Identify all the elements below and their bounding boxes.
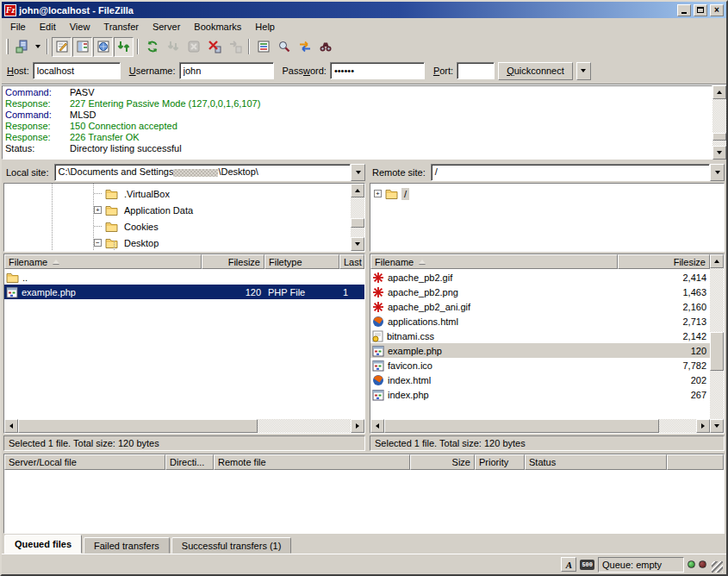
file-row-index-html[interactable]: index.html202	[370, 373, 710, 387]
file-row-apache-pb2-gif[interactable]: apache_pb2.gif2,414	[370, 270, 710, 285]
local-tree-vertical-scrollbar[interactable]	[351, 184, 364, 251]
remote-path-combobox[interactable]: /	[431, 164, 725, 181]
menu-item-bookmarks[interactable]: Bookmarks	[187, 20, 248, 34]
remote-vertical-scrollbar[interactable]	[710, 254, 724, 433]
toggle-queue-icon	[117, 40, 131, 53]
scroll-thumb[interactable]	[712, 133, 726, 141]
username-input[interactable]	[179, 62, 274, 79]
host-input[interactable]	[33, 62, 121, 79]
toolbar-button-cancel[interactable]	[184, 37, 203, 57]
file-row-favicon-ico[interactable]: favicon.ico7,782	[370, 358, 710, 373]
toolbar-button-compare[interactable]	[274, 37, 294, 57]
toolbar-button-filter[interactable]	[253, 37, 273, 57]
menu-item-help[interactable]: Help	[248, 20, 282, 34]
queue-column-priority[interactable]: Priority	[475, 454, 525, 470]
expand-icon[interactable]: +	[94, 206, 102, 214]
toolbar-button-sync-browsing[interactable]	[295, 37, 314, 57]
scroll-down-button[interactable]	[710, 419, 724, 433]
queue-column-remote-file[interactable]: Remote file	[214, 454, 410, 470]
scroll-left-button[interactable]	[4, 419, 18, 433]
scroll-right-button[interactable]	[351, 419, 364, 433]
scroll-up-button[interactable]	[712, 85, 726, 99]
tree-item-desktop[interactable]: −Desktop	[4, 235, 351, 251]
toolbar-button-toggle-remote-tree[interactable]	[93, 37, 113, 57]
tree-item-virtualbox[interactable]: .VirtualBox	[4, 185, 351, 202]
html-icon	[372, 374, 384, 386]
column-header-filesize[interactable]: Filesize	[618, 254, 710, 269]
local-path-value[interactable]: C:\Documents and Settings\Desktop\	[54, 164, 351, 181]
menu-item-transfer[interactable]: Transfer	[96, 20, 146, 34]
log-vertical-scrollbar[interactable]	[712, 85, 726, 160]
file-row-bitnami-css[interactable]: bitnami.css2,142	[370, 329, 710, 343]
file-row-item[interactable]: ..	[4, 270, 364, 285]
file-row-apache-pb2-ani-gif[interactable]: apache_pb2_ani.gif2,160	[370, 299, 710, 314]
toolbar-button-toggle-local-tree[interactable]	[72, 37, 92, 57]
column-header-filetype[interactable]: Filetype	[264, 254, 339, 269]
toolbar-button-find[interactable]	[315, 37, 335, 57]
tab-failed-transfers[interactable]: Failed transfers	[84, 537, 170, 554]
file-row-applications-html[interactable]: applications.html2,713	[370, 314, 710, 329]
scroll-thumb[interactable]	[384, 419, 659, 433]
toolbar-button-toggle-queue[interactable]	[114, 37, 134, 57]
scroll-thumb[interactable]	[710, 332, 724, 372]
menu-item-file[interactable]: File	[3, 20, 33, 34]
password-input[interactable]	[330, 62, 425, 79]
log-type-label: Status:	[3, 143, 70, 154]
scroll-up-button[interactable]	[710, 254, 724, 268]
minimize-button[interactable]	[677, 4, 691, 16]
speed-limit-icon[interactable]: 500	[580, 560, 594, 570]
scroll-down-button[interactable]	[712, 146, 726, 160]
queue-column-server-local-file[interactable]: Server/Local file	[4, 454, 165, 470]
toolbar-button-disconnect[interactable]	[204, 37, 224, 57]
collapse-icon[interactable]: −	[94, 239, 102, 247]
resize-grip[interactable]	[712, 561, 723, 573]
scroll-up-button[interactable]	[351, 184, 364, 197]
tree-connector	[114, 241, 115, 251]
quickconnect-button[interactable]: Quickconnect	[498, 62, 573, 80]
tab-queued-files[interactable]: Queued files	[4, 535, 82, 554]
file-size-cell: 120	[618, 346, 710, 356]
tree-item-application-data[interactable]: +Application Data	[4, 202, 351, 218]
menu-item-server[interactable]: Server	[146, 20, 187, 34]
queue-column-status[interactable]: Status	[525, 454, 667, 470]
file-row-example-php[interactable]: example.php120PHP File1	[4, 285, 364, 299]
port-input[interactable]	[457, 62, 495, 79]
toolbar-button-reconnect[interactable]	[225, 37, 245, 57]
scroll-thumb[interactable]	[18, 419, 258, 433]
remote-horizontal-scrollbar[interactable]	[370, 419, 710, 433]
toolbar-button-process-queue[interactable]	[163, 37, 183, 57]
maximize-button[interactable]	[694, 4, 707, 16]
toolbar-button-site-manager[interactable]	[11, 37, 31, 57]
toolbar-button-site-manager-dropdown[interactable]	[32, 37, 43, 57]
file-row-apache-pb2-png[interactable]: apache_pb2.png1,463	[370, 285, 710, 299]
column-header-filename[interactable]: Filename	[4, 254, 202, 269]
tree-item-cookies[interactable]: Cookies	[4, 218, 351, 235]
column-header-last-modified[interactable]: Last modified	[339, 254, 364, 269]
log-line: Status:Directory listing successful	[3, 143, 712, 154]
remote-path-value[interactable]: /	[431, 164, 710, 181]
remote-path-dropdown-button[interactable]	[710, 164, 725, 181]
local-path-combobox[interactable]: C:\Documents and Settings\Desktop\	[54, 164, 365, 181]
tree-item-item[interactable]: +/	[370, 185, 724, 202]
queue-column-size[interactable]: Size	[410, 454, 475, 470]
scroll-down-button[interactable]	[351, 237, 364, 251]
file-row-example-php[interactable]: example.php120	[370, 343, 710, 358]
toolbar-button-refresh[interactable]	[142, 37, 162, 57]
expand-icon[interactable]: +	[374, 190, 382, 197]
scroll-right-button[interactable]	[696, 419, 710, 433]
local-path-dropdown-button[interactable]	[351, 164, 365, 181]
tab-successful-transfers-1[interactable]: Successful transfers (1)	[171, 537, 292, 554]
quickconnect-dropdown-button[interactable]	[576, 62, 591, 80]
menu-item-view[interactable]: View	[63, 20, 97, 34]
close-button[interactable]: ×	[710, 4, 724, 16]
data-type-icon[interactable]: A	[561, 557, 576, 572]
file-row-index-php[interactable]: index.php267	[370, 387, 710, 402]
toolbar-button-toggle-message-log[interactable]	[52, 37, 72, 57]
menu-item-edit[interactable]: Edit	[33, 20, 63, 34]
local-horizontal-scrollbar[interactable]	[4, 419, 364, 433]
scroll-left-button[interactable]	[370, 419, 384, 433]
column-header-filename[interactable]: Filename	[370, 254, 618, 269]
scroll-thumb[interactable]	[351, 218, 364, 228]
column-header-filesize[interactable]: Filesize	[202, 254, 264, 269]
queue-column-directi[interactable]: Directi...	[165, 454, 214, 470]
